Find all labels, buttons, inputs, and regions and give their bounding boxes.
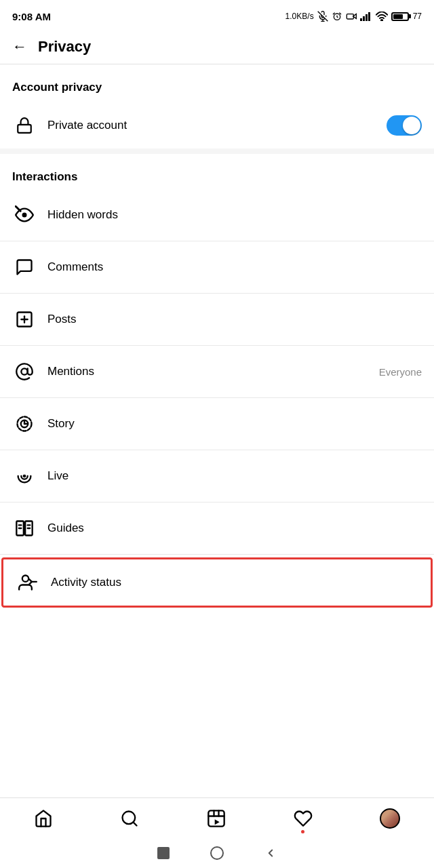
search-icon (120, 809, 139, 828)
story-icon (12, 412, 37, 436)
status-bar: 9:08 AM 1.0KB/s 77 (0, 0, 434, 30)
story-label: Story (47, 417, 422, 431)
comments-label: Comments (47, 260, 422, 274)
profile-icon (380, 808, 400, 829)
video-icon (346, 11, 357, 22)
hidden-words-label: Hidden words (47, 208, 422, 222)
nav-reels[interactable] (207, 809, 226, 828)
svg-point-10 (381, 20, 382, 21)
battery-icon: 77 (391, 12, 422, 21)
svg-rect-4 (347, 14, 353, 19)
private-account-label: Private account (47, 119, 387, 132)
bottom-nav (0, 797, 434, 838)
wifi-icon (376, 12, 388, 21)
activity-status-row[interactable]: Activity status (1, 557, 433, 608)
activity-status-icon (16, 570, 40, 595)
battery-level: 77 (413, 12, 422, 21)
android-square-btn[interactable] (157, 847, 170, 859)
mentions-icon (12, 359, 37, 384)
svg-rect-36 (208, 810, 224, 826)
page-title: Privacy (38, 38, 91, 56)
section-divider (0, 149, 434, 154)
reels-icon (207, 809, 226, 828)
svg-line-35 (134, 822, 137, 825)
svg-point-17 (21, 368, 27, 374)
activity-dot (301, 830, 304, 833)
guides-label: Guides (47, 521, 422, 535)
private-account-row[interactable]: Private account (0, 102, 434, 149)
heart-icon (294, 809, 313, 828)
story-row[interactable]: Story (0, 401, 434, 447)
home-icon (34, 809, 53, 828)
svg-line-13 (16, 206, 20, 211)
android-circle-btn[interactable] (210, 846, 224, 860)
account-privacy-label: Account privacy (0, 64, 434, 102)
lock-icon (12, 113, 37, 138)
svg-rect-11 (18, 125, 31, 133)
live-icon (12, 464, 37, 488)
svg-rect-6 (360, 18, 362, 21)
toggle-thumb (403, 117, 420, 134)
mentions-row[interactable]: Mentions Everyone (0, 349, 434, 395)
nav-profile[interactable] (380, 808, 400, 829)
back-button[interactable]: ← (12, 38, 27, 56)
svg-line-33 (29, 582, 32, 585)
comments-icon (12, 255, 37, 279)
mute-icon (317, 11, 328, 22)
svg-marker-40 (215, 819, 220, 825)
live-row[interactable]: Live (0, 453, 434, 499)
network-speed: 1.0KB/s (285, 12, 314, 21)
interactions-section: Interactions Hidden words Comments (0, 154, 434, 608)
status-right-icons: 1.0KB/s 77 (285, 11, 422, 22)
mentions-value: Everyone (379, 366, 422, 378)
guides-icon (12, 516, 37, 540)
svg-point-23 (23, 475, 26, 478)
nav-activity[interactable] (294, 809, 313, 828)
alarm-icon (332, 11, 342, 22)
android-nav (0, 838, 434, 868)
svg-rect-7 (363, 16, 365, 21)
guides-row[interactable]: Guides (0, 505, 434, 551)
activity-status-label: Activity status (51, 576, 418, 589)
nav-home[interactable] (34, 809, 53, 828)
posts-label: Posts (47, 313, 422, 326)
signal-icon (360, 12, 372, 21)
interactions-label: Interactions (0, 154, 434, 192)
account-privacy-section: Account privacy Private account (0, 64, 434, 149)
svg-point-30 (22, 576, 28, 582)
svg-point-12 (22, 213, 27, 218)
live-label: Live (47, 469, 422, 483)
comments-row[interactable]: Comments (0, 244, 434, 290)
hidden-words-row[interactable]: Hidden words (0, 192, 434, 238)
svg-rect-9 (368, 12, 370, 21)
posts-icon (12, 307, 37, 332)
header: ← Privacy (0, 30, 434, 64)
android-back-btn[interactable] (264, 847, 277, 859)
private-account-toggle[interactable] (387, 115, 422, 136)
posts-row[interactable]: Posts (0, 296, 434, 342)
mentions-label: Mentions (47, 365, 379, 378)
status-time: 9:08 AM (12, 11, 51, 22)
nav-search[interactable] (120, 809, 139, 828)
hidden-words-icon (12, 203, 37, 227)
svg-rect-8 (366, 14, 368, 21)
